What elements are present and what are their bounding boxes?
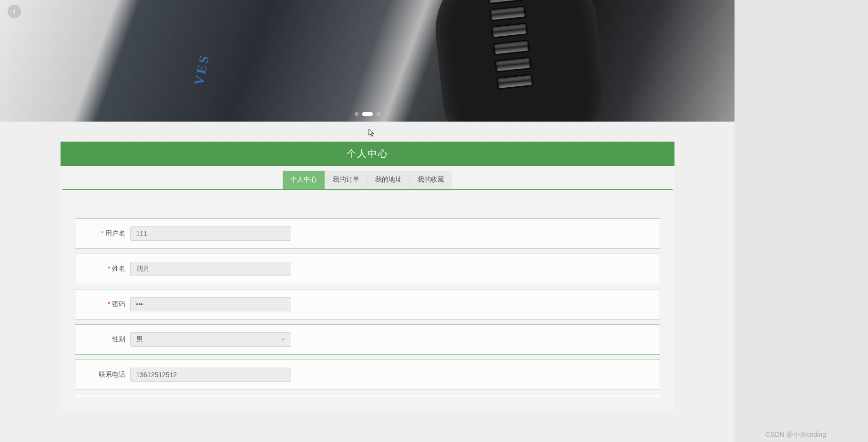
gender-value: 男 [136,335,143,344]
hero-brand-logo: VES [191,52,213,87]
form-row-name: *姓名 [75,254,660,284]
username-input[interactable] [130,226,291,241]
form-row-gender: 性别 男 [75,324,660,355]
section-title: 个人中心 [347,148,388,159]
required-mark: * [108,265,110,272]
phone-label: 联系电话 [75,370,125,379]
form-row-username: *用户名 [75,218,660,249]
tab-personal-center[interactable]: 个人中心 [283,171,325,189]
tabs-bar: 个人中心 我的订单 我的地址 我的收藏 [62,171,673,190]
password-input[interactable] [130,297,291,311]
section-title-bar: 个人中心 [61,142,674,166]
form-row-next [75,395,660,397]
required-mark: * [108,300,110,308]
name-label: *姓名 [75,265,125,273]
required-mark: * [101,229,103,237]
carousel-dot-0[interactable] [355,112,358,116]
tab-my-favorites[interactable]: 我的收藏 [410,171,452,189]
form-row-phone: 联系电话 [75,360,660,390]
phone-input[interactable] [130,368,291,382]
chevron-left-icon [12,9,17,14]
content-container: 个人中心 个人中心 我的订单 我的地址 我的收藏 *用户名 *姓名 [61,142,674,411]
profile-form: *用户名 *姓名 *密码 性别 [61,190,674,411]
tab-my-address[interactable]: 我的地址 [368,171,410,189]
right-sidebar-strip [735,0,868,442]
page-body: 个人中心 个人中心 我的订单 我的地址 我的收藏 *用户名 *姓名 [0,122,735,442]
form-row-password: *密码 [75,289,660,319]
back-button[interactable] [8,5,21,18]
carousel-dot-2[interactable] [377,112,380,116]
gender-select[interactable]: 男 [130,332,291,347]
carousel-indicators [355,112,380,116]
chevron-down-icon [281,339,285,341]
carousel-dot-1[interactable] [362,112,373,116]
gender-label: 性别 [75,335,125,344]
password-label: *密码 [75,300,125,308]
product-belt-image [429,0,611,122]
watermark-text: CSDN @小蒸coding [766,431,826,439]
name-input[interactable] [130,262,291,276]
username-label: *用户名 [75,229,125,238]
hero-carousel: VES [0,0,735,122]
tab-my-orders[interactable]: 我的订单 [325,171,368,189]
